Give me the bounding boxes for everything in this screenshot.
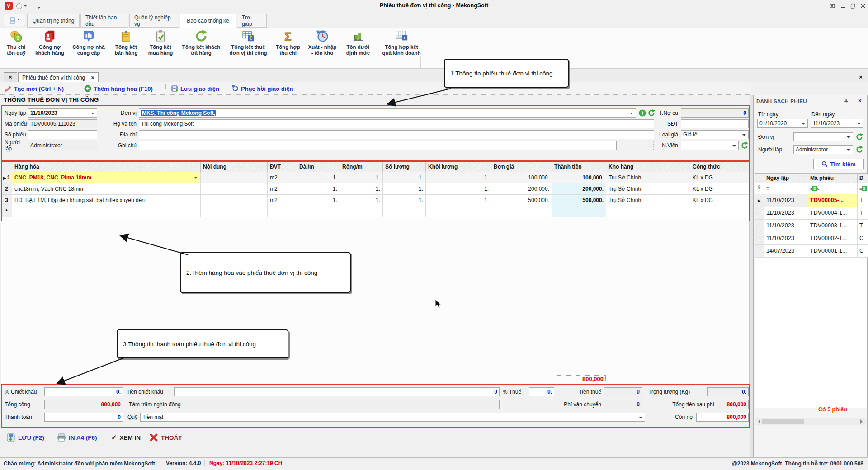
cell-width[interactable]: 1. [340,195,383,206]
cell-date[interactable]: 11/10/2023 [764,207,808,220]
cell-product[interactable]: HĐ_BẠT 1M, Hộp đèn khung sắt, bạt hiflex… [12,195,201,206]
cell-unit[interactable]: C [858,232,868,245]
paid-field[interactable]: 0 [44,413,123,422]
ribbon-item-cong-no-khach-hang[interactable]: Công nợ khách hàng [32,28,68,61]
grid-header[interactable]: Hàng hóa [12,162,201,172]
cell-code[interactable]: TDV00002-1... [808,232,858,245]
ribbon-item-tong-ket-mua-hang[interactable]: Tổng kết mua hàng [144,28,177,61]
cell-formula[interactable] [690,206,749,217]
cell-qty[interactable]: 1. [383,195,426,206]
close-strip-icon[interactable]: × [856,73,865,82]
table-row[interactable]: * [1,206,749,217]
address-field[interactable] [139,130,654,139]
cell-content[interactable] [201,183,268,195]
sidebar-header-date[interactable]: Ngày lập [764,174,808,183]
scrollbar-thumb[interactable] [762,419,804,424]
sidebar-unit-field[interactable] [793,132,853,141]
pct-tax-field[interactable]: 0. [529,387,554,396]
cell-length[interactable]: 1. [297,172,340,183]
print-button[interactable]: IN A4 (F6) [57,432,97,443]
new-button[interactable]: Tạo mới (Ctrl + N) [5,84,64,93]
price-type-field[interactable]: Giá lẻ [681,130,749,139]
splitter[interactable] [750,95,753,457]
tab-phieu-thue-don-vi-thi-cong[interactable]: Phiếu thuê đơn vị thi công × [18,72,99,82]
app-menu-button[interactable] [4,14,25,26]
tab-bao-cao-thong-ke[interactable]: Báo cáo thống kê [180,14,236,28]
to-date-field[interactable]: 11/10/2023 [811,119,863,128]
sidebar-scrollbar[interactable] [755,418,866,425]
filter-abc-icon[interactable]: aB [858,183,868,194]
cell-total[interactable]: 200,000. [552,183,606,195]
discount-field[interactable]: 0 [174,387,500,396]
close-panel-icon[interactable]: × [858,97,862,104]
cell-product[interactable]: CNC_PM18, CNC_Pima 18mm [12,172,201,183]
cell-warehouse[interactable]: Trụ Sở Chính [606,172,690,183]
from-date-field[interactable]: 01/10/2020 [757,119,808,128]
phone-field[interactable] [681,119,749,128]
cell-price[interactable]: 200,000. [491,183,552,195]
cell-weight[interactable]: 1. [426,195,491,206]
unit-field[interactable]: MKS, Thi công Mekong Soft, [139,108,636,118]
save-button[interactable]: LƯU (F2) [6,432,44,443]
sidebar-creator-field[interactable]: Administrator [793,145,853,154]
table-row[interactable]: 1 CNC_PM18, CNC_Pima 18mm m2 1. 1. 1. 1.… [1,172,749,183]
refresh-sidebar-creator-icon[interactable] [856,146,863,153]
sidebar-header-code[interactable]: Mã phiếu [808,174,858,183]
cell-unit[interactable]: m2 [268,195,297,206]
grid-header[interactable]: Số lượng [383,162,426,172]
cell-unit[interactable]: T [858,194,868,207]
cell-width[interactable] [340,206,383,217]
ribbon-item-tong-ket-ban-hang[interactable]: Tổng kết bán hàng [109,28,143,61]
grid-header[interactable]: Khối lượng [426,162,491,172]
restore-layout-button[interactable]: Phục hồi giao diện [231,84,293,93]
cell-length[interactable] [297,206,340,217]
cell-length[interactable]: 1. [297,195,340,206]
cell-warehouse[interactable] [606,206,690,217]
cell-unit[interactable] [268,206,297,217]
cell-qty[interactable]: 1. [383,183,426,195]
cell-length[interactable]: 1. [297,183,340,195]
scroll-right-icon[interactable] [860,419,865,424]
cell-total[interactable]: 100,000. [552,172,606,183]
ribbon-item-xuat-nhap-ton-kho[interactable]: Xuất - nhập - tồn kho [305,28,340,61]
list-item[interactable]: 11/10/2023 TDV00005-... T [755,194,867,207]
cell-content[interactable] [201,195,268,206]
ribbon-item-tong-hop-thu-chi[interactable]: Σ Tổng hợp thu chi [272,28,304,61]
cell-unit[interactable]: C [858,245,868,258]
cell-total[interactable] [552,206,606,217]
cell-code[interactable]: TDV00003-1... [808,220,858,232]
grid-header[interactable]: Nội dung [201,162,268,172]
cell-code[interactable]: TDV00005-... [808,194,858,207]
cell-code[interactable]: TDV00001-1... [808,245,858,258]
maximize-icon[interactable] [849,2,858,9]
close-tab-icon[interactable]: × [91,74,94,81]
tab-tro-giup[interactable]: Trợ giúp [237,14,267,28]
table-row[interactable]: 3 HĐ_BẠT 1M, Hộp đèn khung sắt, bạt hifl… [1,195,749,206]
ribbon-item-tong-ket-khach-tra-hang[interactable]: Tổng kết khách trả hàng [178,28,224,61]
cell-content[interactable] [201,172,268,183]
cell-formula[interactable]: KL x DG [690,172,749,183]
note-field[interactable] [139,141,617,150]
grid-header[interactable]: Thành tiền [552,162,606,172]
cell-total[interactable]: 500,000. [552,195,606,206]
cell-code[interactable]: TDV00004-1... [808,207,858,220]
filter-equals[interactable]: = [764,183,808,194]
cell-price[interactable]: 100,000. [491,172,552,183]
cell-formula[interactable]: KL x DG [690,183,749,195]
grid-header[interactable]: Đơn giá [491,162,552,172]
tab-thiet-lap-ban-dau[interactable]: Thiết lập ban đầu [80,14,128,28]
cell-qty[interactable] [383,206,426,217]
name-field[interactable]: Thi công Mekong Soft [139,119,654,128]
table-row[interactable]: 2 cnc18mm, Vách CNC 18mm m2 1. 1. 1. 1. … [1,183,749,195]
date-field[interactable]: 11/10/2023 [28,108,97,118]
pct-discount-field[interactable]: 0. [44,387,123,396]
add-unit-icon[interactable] [639,109,646,117]
cell-unit[interactable]: m2 [268,183,297,195]
grid-header[interactable]: Kho hàng [606,162,690,172]
cell-product[interactable] [12,206,201,217]
cell-date[interactable]: 11/10/2023 [764,220,808,232]
tab-quan-tri-he-thong[interactable]: Quản trị hệ thống [27,14,80,28]
grid-header[interactable]: ĐVT [268,162,297,172]
add-item-button[interactable]: Thêm hàng hóa (F10) [84,84,153,93]
save-layout-button[interactable]: Lưu giao diện [171,84,219,93]
